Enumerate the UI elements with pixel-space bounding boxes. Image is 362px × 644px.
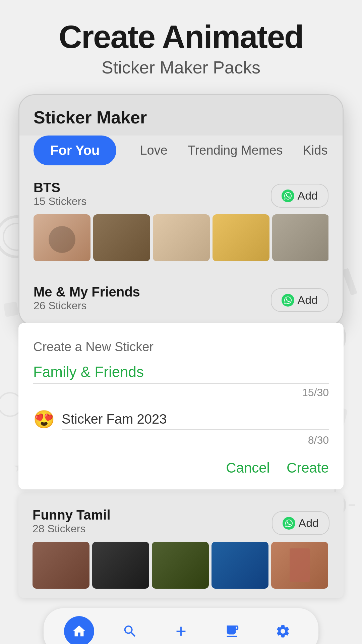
sticker-pack-row: 😍 xyxy=(33,409,329,430)
pack-name-bts: BTS xyxy=(34,180,86,195)
tab-row: For You Love Trending Memes Kids xyxy=(19,136,343,173)
funny-tamil-thumb-1 xyxy=(33,542,89,589)
bottom-navigation xyxy=(44,608,318,644)
funny-tamil-thumb-5 xyxy=(271,542,328,589)
page-title-line1: Create Animated xyxy=(59,20,303,54)
add-label-bts: Add xyxy=(298,189,318,202)
funny-tamil-thumb-2 xyxy=(92,542,149,589)
bts-thumb-4 xyxy=(213,214,269,261)
funny-tamil-thumb-3 xyxy=(152,542,209,589)
add-label-friends: Add xyxy=(298,293,318,307)
add-button-bts[interactable]: Add xyxy=(271,184,329,208)
pack-name-input[interactable] xyxy=(33,361,329,384)
nav-home[interactable] xyxy=(64,616,94,644)
app-title: Sticker Maker xyxy=(34,107,328,127)
whatsapp-icon-funny-tamil xyxy=(283,517,295,530)
pack-name-friends: Me & My Friends xyxy=(34,284,140,300)
tab-trending-memes[interactable]: Trending Memes xyxy=(178,140,293,161)
sticker-pack-funny-tamil: Funny Tamil 28 Stickers Add xyxy=(18,493,344,598)
bts-thumb-3 xyxy=(153,214,210,261)
pack-count-funny-tamil: 28 Stickers xyxy=(33,523,111,535)
sticker-pack-bts: BTS 15 Stickers Add xyxy=(19,173,343,271)
page-subtitle: Sticker Maker Packs xyxy=(102,57,260,77)
settings-icon xyxy=(275,624,291,639)
tab-for-you[interactable]: For You xyxy=(34,136,116,165)
tab-love[interactable]: Love xyxy=(130,140,177,161)
create-section-title: Create a New Sticker xyxy=(33,340,329,354)
phone-mockup: Sticker Maker For You Love Trending Meme… xyxy=(18,94,344,326)
nav-search[interactable] xyxy=(115,616,145,644)
cancel-button[interactable]: Cancel xyxy=(226,460,270,476)
packs-icon xyxy=(224,624,240,639)
sticker-pack-input[interactable] xyxy=(62,409,329,430)
funny-tamil-sticker-images xyxy=(33,542,329,589)
create-sticker-section: Create a New Sticker 15/30 😍 8/30 Cancel… xyxy=(18,323,344,489)
sticker-pack-emoji: 😍 xyxy=(33,409,55,430)
pack-count-friends: 26 Stickers xyxy=(34,300,140,312)
whatsapp-icon-friends xyxy=(282,294,294,307)
nav-packs[interactable] xyxy=(217,616,247,644)
pack-name-funny-tamil: Funny Tamil xyxy=(33,507,111,523)
tab-kids[interactable]: Kids xyxy=(293,140,338,161)
nav-settings[interactable] xyxy=(268,616,298,644)
add-button-funny-tamil[interactable]: Add xyxy=(272,511,330,535)
bts-thumb-2 xyxy=(93,214,150,261)
pack-count-bts: 15 Stickers xyxy=(34,195,86,208)
add-button-friends[interactable]: Add xyxy=(271,288,329,312)
create-button[interactable]: Create xyxy=(287,460,329,476)
bts-thumb-1 xyxy=(34,214,90,261)
add-label-funny-tamil: Add xyxy=(299,517,319,530)
sticker-pack-char-count: 8/30 xyxy=(33,434,329,446)
funny-tamil-thumb-4 xyxy=(212,542,268,589)
action-row: Cancel Create xyxy=(33,457,329,479)
search-icon xyxy=(122,624,138,639)
bts-thumb-5 xyxy=(272,214,328,261)
home-icon xyxy=(71,624,87,639)
whatsapp-icon-bts xyxy=(282,190,294,202)
bts-sticker-images xyxy=(34,214,328,261)
nav-add[interactable] xyxy=(166,616,196,644)
add-icon xyxy=(173,624,189,639)
pack-name-char-count: 15/30 xyxy=(33,386,329,399)
